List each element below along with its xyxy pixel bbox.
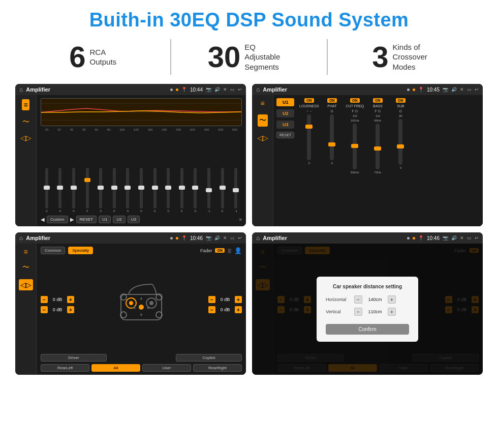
reset-btn[interactable]: RESET bbox=[76, 216, 97, 223]
footer-user[interactable]: User bbox=[142, 364, 191, 372]
rect-icon-1: ▭ bbox=[230, 87, 235, 92]
horizontal-minus[interactable]: − bbox=[354, 295, 362, 304]
back-icon-2[interactable]: ↩ bbox=[475, 87, 479, 92]
eq-thumb-15[interactable] bbox=[233, 188, 239, 192]
footer-all[interactable]: All bbox=[91, 364, 140, 372]
u1-btn[interactable]: U1 bbox=[99, 216, 111, 223]
cutfreq-slider[interactable] bbox=[353, 124, 357, 169]
dot-gray-4 bbox=[407, 237, 410, 240]
loudness-on[interactable]: ON bbox=[304, 98, 314, 103]
home-icon-4[interactable]: ⌂ bbox=[256, 234, 260, 242]
volume-icon-1: 🔊 bbox=[214, 87, 220, 92]
footer-copilot[interactable]: Copilot bbox=[176, 354, 242, 362]
home-icon-3[interactable]: ⌂ bbox=[19, 234, 23, 242]
u2-crossover[interactable]: U2 bbox=[276, 109, 294, 117]
eq-thumb-11[interactable] bbox=[179, 186, 185, 190]
horizontal-plus[interactable]: + bbox=[388, 295, 396, 304]
eq-thumb-1[interactable] bbox=[44, 186, 50, 190]
db-minus-3[interactable]: − bbox=[208, 296, 215, 303]
db-row-4: − 0 dB + bbox=[208, 306, 242, 313]
distance-dialog: Car speaker distance setting Horizontal … bbox=[317, 277, 418, 342]
crossover-reset[interactable]: RESET bbox=[276, 132, 294, 138]
x-icon-2: ✕ bbox=[460, 87, 464, 92]
confirm-button[interactable]: Confirm bbox=[326, 324, 409, 335]
eq-thumb-12[interactable] bbox=[192, 186, 198, 190]
phat-slider[interactable] bbox=[330, 114, 334, 160]
screen-fader: ⌂ Amplifier 📍 10:46 📷 🔊 ✕ ▭ ↩ ≡ 〜 ◁▷ bbox=[15, 232, 246, 375]
db-value-1: 0 dB bbox=[49, 297, 66, 302]
bass-on[interactable]: ON bbox=[373, 98, 383, 103]
eq-thumb-10[interactable] bbox=[165, 186, 171, 190]
u3-crossover[interactable]: U3 bbox=[276, 121, 294, 129]
eq-thumb-5[interactable] bbox=[98, 186, 104, 190]
screen-eq: ⌂ Amplifier 📍 10:44 📷 🔊 ✕ ▭ ↩ ≡ 〜 ◁▷ bbox=[15, 84, 246, 226]
u1-crossover[interactable]: U1 bbox=[276, 98, 294, 106]
custom-btn[interactable]: Custom bbox=[47, 216, 68, 223]
status-bar-4: ⌂ Amplifier 📍 10:46 📷 🔊 ✕ ▭ ↩ bbox=[252, 232, 483, 244]
more-icon[interactable]: » bbox=[239, 217, 242, 222]
eq-slider-7: 0 bbox=[126, 168, 129, 213]
db-minus-4[interactable]: − bbox=[208, 306, 215, 313]
sidebar-eq-icon-3[interactable]: ≡ bbox=[23, 248, 27, 256]
u3-btn[interactable]: U3 bbox=[128, 216, 140, 223]
eq-thumb-13[interactable] bbox=[206, 188, 212, 192]
eq-thumb-2[interactable] bbox=[57, 186, 63, 190]
sidebar-speaker-icon[interactable]: ◁▷ bbox=[20, 134, 32, 142]
stats-row: 6 RCAOutputs 30 EQ AdjustableSegments 3 … bbox=[15, 39, 483, 75]
bass-slider[interactable] bbox=[376, 124, 380, 169]
eq-thumb-8[interactable] bbox=[138, 186, 144, 190]
sub-on[interactable]: ON bbox=[396, 98, 406, 103]
db-plus-3[interactable]: + bbox=[235, 296, 242, 303]
cutfreq-on[interactable]: ON bbox=[350, 98, 360, 103]
fader-right-col: − 0 dB + − 0 dB + bbox=[208, 258, 242, 351]
home-icon-1[interactable]: ⌂ bbox=[19, 86, 23, 93]
person-icon: 👤 bbox=[234, 247, 242, 254]
eq-thumb-9[interactable] bbox=[152, 186, 158, 190]
volume-icon-4: 🔊 bbox=[451, 235, 457, 241]
db-plus-2[interactable]: + bbox=[67, 306, 74, 313]
eq-thumb-6[interactable] bbox=[111, 186, 117, 190]
sidebar-speaker-icon-3[interactable]: ◁▷ bbox=[19, 279, 33, 290]
sub-slider[interactable] bbox=[398, 119, 402, 165]
eq-thumb-3[interactable] bbox=[71, 186, 77, 190]
time-4: 10:46 bbox=[427, 235, 440, 241]
back-icon-1[interactable]: ↩ bbox=[238, 87, 242, 92]
stat-eq-label: EQ AdjustableSegments bbox=[244, 42, 290, 72]
rect-icon-4: ▭ bbox=[467, 235, 472, 241]
next-arrow[interactable]: ▶ bbox=[70, 217, 74, 222]
screens-grid: ⌂ Amplifier 📍 10:44 📷 🔊 ✕ ▭ ↩ ≡ 〜 ◁▷ bbox=[15, 84, 483, 375]
footer-driver[interactable]: Driver bbox=[41, 354, 107, 362]
phat-on[interactable]: ON bbox=[327, 98, 337, 103]
footer-rearleft[interactable]: RearLeft bbox=[41, 364, 89, 372]
dot-gray-2 bbox=[407, 88, 410, 91]
back-icon-3[interactable]: ↩ bbox=[238, 235, 242, 241]
sidebar-wave-icon-3[interactable]: 〜 bbox=[22, 263, 29, 272]
eq-thumb-4[interactable] bbox=[84, 178, 90, 182]
u2-btn[interactable]: U2 bbox=[113, 216, 125, 223]
db-minus-1[interactable]: − bbox=[41, 296, 48, 303]
footer-rearright[interactable]: RearRight bbox=[193, 364, 242, 372]
sidebar-wave-icon-2[interactable]: 〜 bbox=[258, 114, 268, 127]
tab-common[interactable]: Common bbox=[41, 247, 65, 254]
sidebar-wave-icon[interactable]: 〜 bbox=[22, 117, 29, 127]
vertical-plus[interactable]: + bbox=[388, 308, 396, 316]
loudness-slider[interactable] bbox=[307, 114, 311, 160]
home-icon-2[interactable]: ⌂ bbox=[256, 86, 260, 93]
db-plus-4[interactable]: + bbox=[235, 306, 242, 313]
vertical-minus[interactable]: − bbox=[354, 308, 362, 316]
back-icon-4[interactable]: ↩ bbox=[475, 235, 479, 241]
db-minus-2[interactable]: − bbox=[41, 306, 48, 313]
fader-on[interactable]: ON bbox=[215, 248, 225, 253]
db-plus-1[interactable]: + bbox=[67, 296, 74, 303]
fader-tabs: Common Specialty Fader ON ||| 👤 bbox=[41, 247, 242, 254]
sidebar-eq-icon-2[interactable]: ≡ bbox=[260, 99, 264, 107]
status-bar-2: ⌂ Amplifier 📍 10:45 📷 🔊 ✕ ▭ ↩ bbox=[252, 84, 483, 95]
sidebar-speaker-icon-2[interactable]: ◁▷ bbox=[257, 134, 268, 142]
main-title: Buith-in 30EQ DSP Sound System bbox=[15, 9, 483, 31]
prev-arrow[interactable]: ◀ bbox=[41, 217, 45, 222]
status-bar-1: ⌂ Amplifier 📍 10:44 📷 🔊 ✕ ▭ ↩ bbox=[15, 84, 246, 95]
sidebar-eq-icon[interactable]: ≡ bbox=[22, 99, 29, 110]
tab-specialty[interactable]: Specialty bbox=[68, 247, 92, 254]
eq-thumb-14[interactable] bbox=[220, 186, 226, 190]
eq-thumb-7[interactable] bbox=[124, 186, 131, 190]
